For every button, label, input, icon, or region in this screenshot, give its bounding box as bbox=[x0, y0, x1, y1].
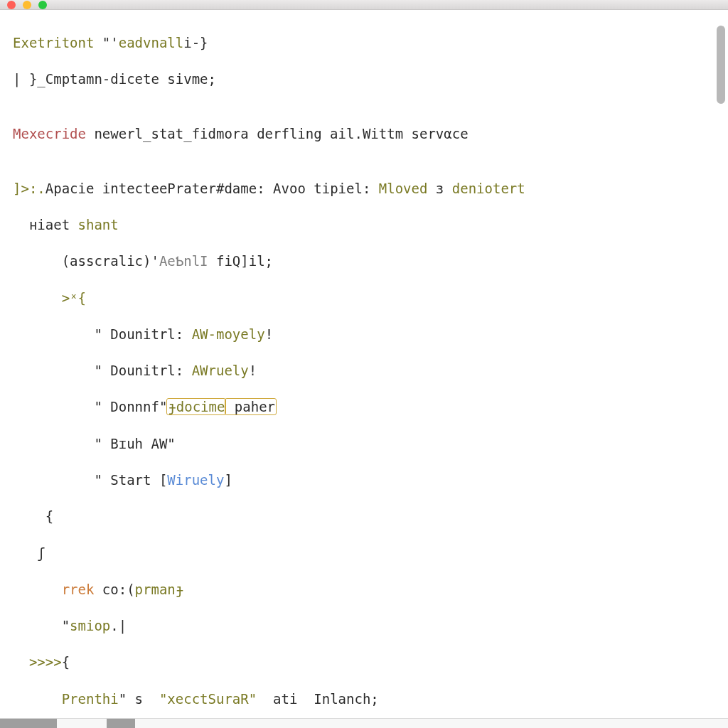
code-line: " Donnnf"ɟdocime paher bbox=[13, 398, 718, 417]
scrollbar-track[interactable] bbox=[718, 16, 727, 712]
code-line: Mexecride newerl_stat_fidmora derfling a… bbox=[13, 125, 718, 144]
code-line: нiaet shant bbox=[13, 216, 718, 235]
code-line: ]>:.Apacie intecteePrater#dame: Avoo tip… bbox=[13, 180, 718, 198]
window-close-icon[interactable] bbox=[7, 1, 16, 9]
code-line: "smiop.| bbox=[13, 617, 718, 636]
code-line: " Start [Wiruely] bbox=[13, 471, 718, 490]
code-line: >>>>{ bbox=[13, 653, 718, 672]
code-line: ʃ bbox=[13, 545, 718, 563]
statusbar-segment[interactable] bbox=[107, 719, 135, 728]
statusbar-segment[interactable] bbox=[0, 719, 30, 728]
window-minimize-icon[interactable] bbox=[23, 1, 31, 9]
statusbar-segment bbox=[57, 719, 107, 728]
code-line: Prenthi" s "xecctSuraR" ati Inlanch; bbox=[13, 690, 718, 709]
window-zoom-icon[interactable] bbox=[38, 1, 47, 9]
code-line: " Dounitrl: AW-moyely! bbox=[13, 326, 718, 344]
code-line: Exetritont "'eadvnalli-} bbox=[13, 34, 718, 53]
statusbar-segment bbox=[135, 719, 728, 728]
statusbar bbox=[0, 718, 728, 728]
code-line: { bbox=[13, 508, 718, 526]
scrollbar-thumb[interactable] bbox=[717, 26, 725, 104]
statusbar-segment[interactable] bbox=[30, 719, 57, 728]
titlebar[interactable] bbox=[0, 0, 728, 10]
code-line: " Bɪuh AW" bbox=[13, 435, 718, 454]
code-content[interactable]: Exetritont "'eadvnalli-} | }_Cmptamn-dic… bbox=[0, 10, 728, 718]
editor-window: Exetritont "'eadvnalli-} | }_Cmptamn-dic… bbox=[0, 0, 728, 728]
code-line: | }_Cmptamn-dicete sivme; bbox=[13, 70, 718, 89]
code-line: " Dounitrl: AWruely! bbox=[13, 362, 718, 380]
code-line: >ˣ{ bbox=[13, 289, 718, 308]
editor-viewport[interactable]: Exetritont "'eadvnalli-} | }_Cmptamn-dic… bbox=[0, 10, 728, 718]
code-line: rrek co:(prmanɟ bbox=[13, 581, 718, 599]
code-line: (asscralic)'AeƄnlI fiQ]il; bbox=[13, 252, 718, 271]
